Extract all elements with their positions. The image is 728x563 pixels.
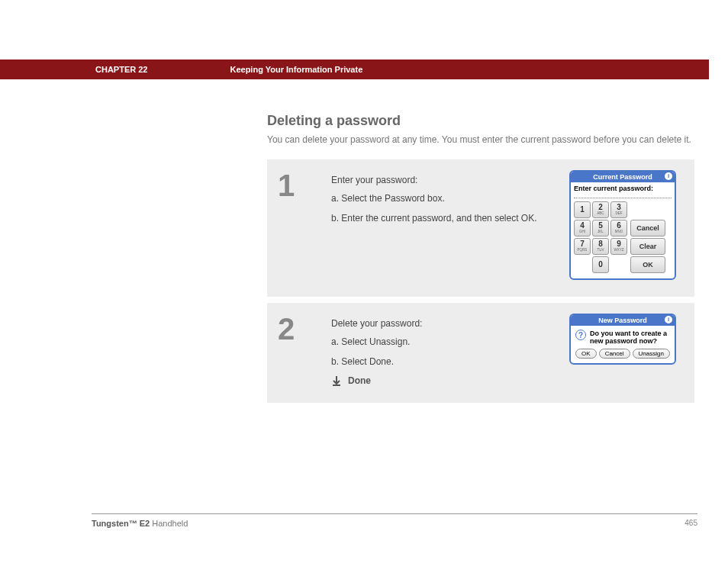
keypad-3[interactable]: 3DEF xyxy=(610,201,627,218)
dialog-title: Current Password xyxy=(593,173,652,181)
substep-b: b. Select Done. xyxy=(331,356,562,368)
new-password-dialog: New Password i ? Do you want to create a… xyxy=(569,314,676,365)
substep-a: a. Select the Password box. xyxy=(331,193,562,205)
info-icon[interactable]: i xyxy=(665,316,672,323)
dialog-question: Do you want to create a new password now… xyxy=(590,330,670,345)
current-password-dialog: Current Password i Enter current passwor… xyxy=(569,170,676,280)
ok-button[interactable]: OK xyxy=(575,349,597,359)
step-number: 1 xyxy=(278,170,331,280)
keypad-6[interactable]: 6MNO xyxy=(610,220,627,236)
footer-page-number: 465 xyxy=(685,519,697,527)
chapter-label: CHAPTER 22 xyxy=(95,65,147,74)
substep-a: a. Select Unassign. xyxy=(331,336,562,349)
info-icon[interactable]: i xyxy=(665,172,672,180)
done-arrow-icon xyxy=(331,375,342,386)
substep-b: b. Enter the current password, and then … xyxy=(331,213,562,225)
keypad-8[interactable]: 8TUV xyxy=(592,238,609,255)
unassign-button[interactable]: Unassign xyxy=(633,349,670,359)
chapter-header-bar: CHAPTER 22 Keeping Your Information Priv… xyxy=(0,60,728,79)
password-input-line[interactable] xyxy=(574,194,672,198)
step-instruction: Enter your password: xyxy=(331,175,562,185)
cancel-button[interactable]: Cancel xyxy=(599,349,630,359)
section-label: Keeping Your Information Private xyxy=(230,65,362,74)
prompt-text: Enter current password: xyxy=(574,185,672,192)
keypad-9[interactable]: 9WXYZ xyxy=(610,238,627,255)
step-instruction: Delete your password: xyxy=(331,318,562,329)
question-icon: ? xyxy=(575,330,586,340)
cancel-button[interactable]: Cancel xyxy=(630,220,665,236)
ok-button[interactable]: OK xyxy=(630,256,665,273)
footer-rule xyxy=(92,513,697,514)
keypad-2[interactable]: 2ABC xyxy=(592,201,609,218)
clear-button[interactable]: Clear xyxy=(630,238,665,255)
footer-product: Tungsten™ E2 Handheld xyxy=(92,519,188,528)
dialog-title: New Password xyxy=(598,317,647,324)
done-label: Done xyxy=(348,375,371,386)
keypad-5[interactable]: 5JKL xyxy=(592,220,609,236)
keypad-1[interactable]: 1 xyxy=(574,201,591,218)
step-1: 1 Enter your password: a. Select the Pas… xyxy=(267,159,694,297)
step-2: 2 Delete your password: a. Select Unassi… xyxy=(267,303,694,403)
page-title: Deleting a password xyxy=(267,113,694,129)
keypad-4[interactable]: 4GHI xyxy=(574,220,591,236)
step-number: 2 xyxy=(278,314,331,386)
keypad-0[interactable]: 0 xyxy=(592,256,609,273)
page-intro: You can delete your password at any time… xyxy=(267,134,694,146)
keypad-7[interactable]: 7PQRS xyxy=(574,238,591,255)
